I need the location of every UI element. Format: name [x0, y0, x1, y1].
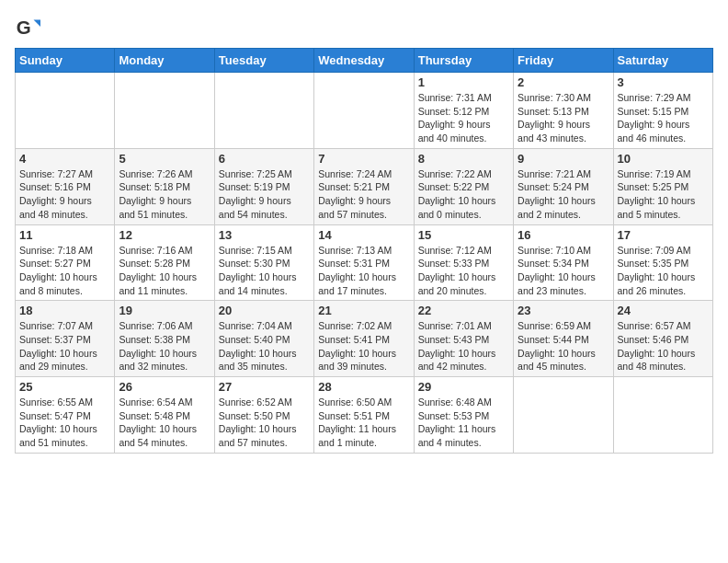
calendar-cell: 9Sunrise: 7:21 AM Sunset: 5:24 PM Daylig…	[514, 148, 613, 224]
calendar-cell: 17Sunrise: 7:09 AM Sunset: 5:35 PM Dayli…	[613, 224, 712, 301]
day-number: 22	[418, 304, 509, 317]
day-info: Sunrise: 7:29 AM Sunset: 5:15 PM Dayligh…	[618, 91, 709, 145]
day-number: 24	[618, 304, 709, 317]
calendar-cell: 14Sunrise: 7:13 AM Sunset: 5:31 PM Dayli…	[314, 224, 414, 301]
calendar-cell: 19Sunrise: 7:06 AM Sunset: 5:38 PM Dayli…	[115, 301, 214, 377]
day-number: 15	[418, 228, 509, 242]
calendar-cell: 25Sunrise: 6:55 AM Sunset: 5:47 PM Dayli…	[16, 377, 115, 454]
calendar-day-header: Monday	[115, 49, 214, 73]
day-info: Sunrise: 7:10 AM Sunset: 5:34 PM Dayligh…	[518, 244, 609, 298]
logo-icon: G	[15, 15, 40, 40]
day-number: 28	[318, 380, 409, 394]
calendar-cell: 4Sunrise: 7:27 AM Sunset: 5:16 PM Daylig…	[16, 148, 115, 224]
calendar-cell: 2Sunrise: 7:30 AM Sunset: 5:13 PM Daylig…	[514, 73, 613, 149]
day-number: 8	[418, 152, 509, 166]
day-info: Sunrise: 7:21 AM Sunset: 5:24 PM Dayligh…	[518, 167, 609, 222]
calendar-week-row: 4Sunrise: 7:27 AM Sunset: 5:16 PM Daylig…	[16, 148, 713, 224]
calendar-cell: 24Sunrise: 6:57 AM Sunset: 5:46 PM Dayli…	[613, 301, 712, 377]
day-number: 20	[219, 304, 310, 317]
day-number: 11	[19, 228, 110, 242]
svg-text:G: G	[17, 17, 31, 38]
day-number: 1	[418, 75, 509, 89]
logo: G	[15, 15, 42, 40]
day-info: Sunrise: 7:26 AM Sunset: 5:18 PM Dayligh…	[119, 167, 210, 222]
calendar-day-header: Thursday	[414, 49, 513, 73]
calendar-cell: 21Sunrise: 7:02 AM Sunset: 5:41 PM Dayli…	[314, 301, 414, 377]
calendar-cell: 28Sunrise: 6:50 AM Sunset: 5:51 PM Dayli…	[314, 377, 414, 454]
calendar-cell: 16Sunrise: 7:10 AM Sunset: 5:34 PM Dayli…	[514, 224, 613, 301]
calendar-cell: 29Sunrise: 6:48 AM Sunset: 5:53 PM Dayli…	[414, 377, 513, 454]
svg-marker-1	[34, 20, 40, 27]
calendar-cell: 15Sunrise: 7:12 AM Sunset: 5:33 PM Dayli…	[414, 224, 513, 301]
calendar-cell: 20Sunrise: 7:04 AM Sunset: 5:40 PM Dayli…	[214, 301, 313, 377]
day-info: Sunrise: 7:12 AM Sunset: 5:33 PM Dayligh…	[418, 244, 509, 298]
day-number: 7	[318, 152, 409, 166]
day-info: Sunrise: 6:57 AM Sunset: 5:46 PM Dayligh…	[618, 319, 709, 373]
calendar-cell	[16, 73, 115, 149]
calendar-cell	[314, 73, 414, 149]
calendar-cell	[613, 377, 712, 454]
day-number: 25	[19, 380, 110, 394]
day-info: Sunrise: 6:50 AM Sunset: 5:51 PM Dayligh…	[318, 396, 409, 450]
page-header: G	[15, 15, 713, 40]
calendar-week-row: 11Sunrise: 7:18 AM Sunset: 5:27 PM Dayli…	[16, 224, 713, 301]
day-number: 5	[119, 152, 210, 166]
day-info: Sunrise: 7:30 AM Sunset: 5:13 PM Dayligh…	[518, 91, 609, 145]
day-number: 3	[618, 75, 709, 89]
day-number: 16	[518, 228, 609, 242]
day-number: 18	[19, 304, 110, 317]
calendar-cell: 7Sunrise: 7:24 AM Sunset: 5:21 PM Daylig…	[314, 148, 414, 224]
day-info: Sunrise: 7:02 AM Sunset: 5:41 PM Dayligh…	[318, 319, 409, 373]
day-info: Sunrise: 6:54 AM Sunset: 5:48 PM Dayligh…	[119, 396, 210, 450]
day-number: 10	[618, 152, 709, 166]
day-info: Sunrise: 7:06 AM Sunset: 5:38 PM Dayligh…	[119, 319, 210, 373]
calendar-cell: 5Sunrise: 7:26 AM Sunset: 5:18 PM Daylig…	[115, 148, 214, 224]
calendar-cell: 8Sunrise: 7:22 AM Sunset: 5:22 PM Daylig…	[414, 148, 513, 224]
day-info: Sunrise: 7:15 AM Sunset: 5:30 PM Dayligh…	[219, 244, 310, 298]
calendar-cell: 18Sunrise: 7:07 AM Sunset: 5:37 PM Dayli…	[16, 301, 115, 377]
day-info: Sunrise: 6:55 AM Sunset: 5:47 PM Dayligh…	[19, 396, 110, 450]
day-number: 29	[418, 380, 509, 394]
day-info: Sunrise: 7:31 AM Sunset: 5:12 PM Dayligh…	[418, 91, 509, 145]
day-number: 27	[219, 380, 310, 394]
calendar-week-row: 18Sunrise: 7:07 AM Sunset: 5:37 PM Dayli…	[16, 301, 713, 377]
calendar-cell: 22Sunrise: 7:01 AM Sunset: 5:43 PM Dayli…	[414, 301, 513, 377]
calendar-cell	[514, 377, 613, 454]
calendar-cell: 23Sunrise: 6:59 AM Sunset: 5:44 PM Dayli…	[514, 301, 613, 377]
day-info: Sunrise: 7:04 AM Sunset: 5:40 PM Dayligh…	[219, 319, 310, 373]
calendar-day-header: Wednesday	[314, 49, 414, 73]
day-info: Sunrise: 7:16 AM Sunset: 5:28 PM Dayligh…	[119, 244, 210, 298]
day-info: Sunrise: 6:59 AM Sunset: 5:44 PM Dayligh…	[518, 319, 609, 373]
calendar-header-row: SundayMondayTuesdayWednesdayThursdayFrid…	[16, 49, 713, 73]
calendar-table: SundayMondayTuesdayWednesdayThursdayFrid…	[15, 48, 713, 454]
day-info: Sunrise: 7:27 AM Sunset: 5:16 PM Dayligh…	[19, 167, 110, 222]
day-number: 13	[219, 228, 310, 242]
day-number: 17	[618, 228, 709, 242]
day-number: 26	[119, 380, 210, 394]
calendar-day-header: Friday	[514, 49, 613, 73]
day-number: 14	[318, 228, 409, 242]
calendar-week-row: 25Sunrise: 6:55 AM Sunset: 5:47 PM Dayli…	[16, 377, 713, 454]
day-info: Sunrise: 6:48 AM Sunset: 5:53 PM Dayligh…	[418, 396, 509, 450]
calendar-cell: 10Sunrise: 7:19 AM Sunset: 5:25 PM Dayli…	[613, 148, 712, 224]
calendar-cell: 12Sunrise: 7:16 AM Sunset: 5:28 PM Dayli…	[115, 224, 214, 301]
calendar-day-header: Tuesday	[214, 49, 313, 73]
calendar-cell: 27Sunrise: 6:52 AM Sunset: 5:50 PM Dayli…	[214, 377, 313, 454]
day-number: 4	[19, 152, 110, 166]
day-info: Sunrise: 7:13 AM Sunset: 5:31 PM Dayligh…	[318, 244, 409, 298]
day-info: Sunrise: 7:22 AM Sunset: 5:22 PM Dayligh…	[418, 167, 509, 222]
calendar-cell: 1Sunrise: 7:31 AM Sunset: 5:12 PM Daylig…	[414, 73, 513, 149]
calendar-day-header: Saturday	[613, 49, 712, 73]
day-info: Sunrise: 7:25 AM Sunset: 5:19 PM Dayligh…	[219, 167, 310, 222]
day-number: 19	[119, 304, 210, 317]
calendar-body: 1Sunrise: 7:31 AM Sunset: 5:12 PM Daylig…	[16, 73, 713, 454]
day-number: 9	[518, 152, 609, 166]
calendar-cell: 13Sunrise: 7:15 AM Sunset: 5:30 PM Dayli…	[214, 224, 313, 301]
calendar-cell: 11Sunrise: 7:18 AM Sunset: 5:27 PM Dayli…	[16, 224, 115, 301]
day-number: 2	[518, 75, 609, 89]
calendar-cell	[214, 73, 313, 149]
day-info: Sunrise: 7:09 AM Sunset: 5:35 PM Dayligh…	[618, 244, 709, 298]
day-number: 23	[518, 304, 609, 317]
day-number: 21	[318, 304, 409, 317]
day-info: Sunrise: 7:24 AM Sunset: 5:21 PM Dayligh…	[318, 167, 409, 222]
